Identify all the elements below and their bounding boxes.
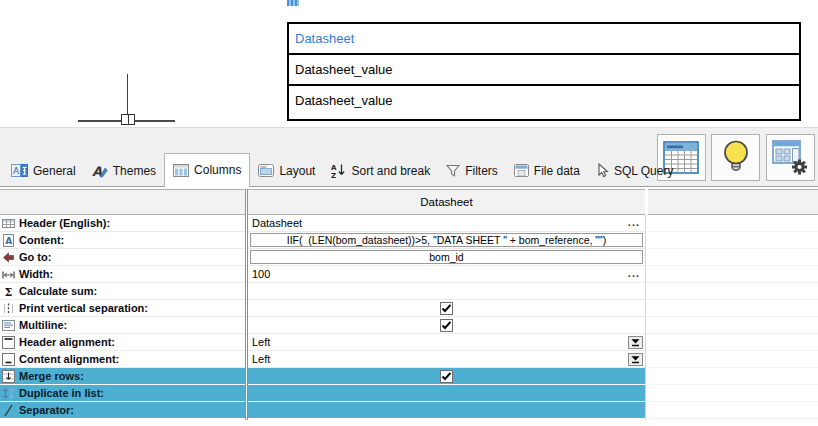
checkbox[interactable] xyxy=(440,302,453,315)
property-value-cell[interactable] xyxy=(248,317,645,334)
schematic-pin-symbol xyxy=(121,114,135,125)
property-value-editor[interactable]: bom_id xyxy=(250,250,643,264)
ellipsis-button[interactable]: ... xyxy=(628,215,640,230)
filter-funnel-icon xyxy=(446,164,460,177)
property-label: Multiline: xyxy=(19,319,67,331)
property-row: ΣCalculate sum: xyxy=(0,283,646,300)
tab-columns[interactable]: Columns xyxy=(164,153,250,187)
property-grid: Datasheet Header (English):Datasheet...A… xyxy=(0,189,818,420)
property-value-cell[interactable]: Left xyxy=(248,351,645,368)
property-label: Calculate sum: xyxy=(19,285,97,297)
property-label-cell: Width: xyxy=(0,266,245,283)
grid-header-empty-cell xyxy=(648,189,818,215)
property-label-cell: Go to: xyxy=(0,249,245,266)
merge-rows-icon xyxy=(1,369,16,383)
svg-text:A: A xyxy=(13,166,20,176)
property-value-editor[interactable]: IIF( (LEN(bom_datasheet))>5, "DATA SHEET… xyxy=(250,233,643,247)
grid-column-splitter[interactable] xyxy=(245,189,248,420)
grid-header-label-cell xyxy=(0,189,245,215)
tab-layout[interactable]: Layout xyxy=(250,155,323,186)
language-icon: A xyxy=(11,164,28,177)
checkbox[interactable] xyxy=(440,370,453,383)
toolbar: AGeneralAThemesColumnsLayoutAZSort and b… xyxy=(0,127,818,187)
columns-icon xyxy=(173,164,189,177)
property-label-cell: Merge rows: xyxy=(0,368,245,385)
separator-slash-icon xyxy=(1,403,16,417)
sql-cursor-icon xyxy=(596,163,609,179)
property-value-cell[interactable]: Datasheet... xyxy=(248,215,645,232)
lightbulb-icon xyxy=(721,139,751,176)
property-label-cell: Print vertical separation: xyxy=(0,300,245,317)
property-label: Header (English): xyxy=(19,217,110,229)
duplicate-list-icon xyxy=(1,386,16,400)
property-label: Merge rows: xyxy=(19,370,84,382)
property-label-cell: Duplicate in list: xyxy=(0,385,245,402)
property-label: Go to: xyxy=(19,251,51,263)
table-settings-button[interactable] xyxy=(766,134,815,181)
property-value: Left xyxy=(248,353,270,365)
property-row: Multiline: xyxy=(0,317,646,334)
tab-general[interactable]: AGeneral xyxy=(3,155,84,186)
property-label: Separator: xyxy=(19,404,74,416)
property-row: Go to:bom_id xyxy=(0,249,646,266)
tab-label: General xyxy=(33,164,76,178)
tab-label: Layout xyxy=(279,164,315,178)
tab-label: Columns xyxy=(194,163,241,177)
property-label-cell: Content alignment: xyxy=(0,351,245,368)
property-value: 100 xyxy=(248,268,270,280)
vertical-separation-icon xyxy=(1,301,16,315)
svg-text:Σ: Σ xyxy=(5,286,13,298)
property-label-cell: ΣCalculate sum: xyxy=(0,283,245,300)
property-value-cell[interactable] xyxy=(248,402,645,419)
tab-sort-and-break[interactable]: AZSort and break xyxy=(323,155,438,186)
property-label: Width: xyxy=(19,268,53,280)
property-value: Datasheet xyxy=(248,217,302,229)
property-value-cell[interactable]: Left xyxy=(248,334,645,351)
property-value-cell[interactable] xyxy=(248,385,645,402)
theme-brush-icon: A xyxy=(92,164,108,178)
property-label: Content alignment: xyxy=(19,353,119,365)
hint-button[interactable] xyxy=(711,134,760,181)
property-value-cell[interactable] xyxy=(248,368,645,385)
property-value-cell[interactable]: IIF( (LEN(bom_datasheet))>5, "DATA SHEET… xyxy=(248,232,645,249)
tab-label: Sort and break xyxy=(351,164,430,178)
dropdown-button[interactable] xyxy=(628,353,643,366)
tab-filters[interactable]: Filters xyxy=(438,155,506,186)
tab-strip: AGeneralAThemesColumnsLayoutAZSort and b… xyxy=(3,153,681,186)
ellipsis-button[interactable]: ... xyxy=(628,266,640,281)
preview-value-row: Datasheet_value xyxy=(289,53,799,84)
table-header-icon xyxy=(1,216,16,230)
property-row: Duplicate in list: xyxy=(0,385,646,402)
tab-label: File data xyxy=(534,164,580,178)
preview-area: Datasheet Datasheet_valueDatasheet_value xyxy=(0,0,818,127)
tab-themes[interactable]: AThemes xyxy=(84,155,164,186)
table-settings-icon xyxy=(772,140,809,175)
property-label: Duplicate in list: xyxy=(19,387,104,399)
dropdown-button[interactable] xyxy=(628,336,643,349)
property-value-cell[interactable]: 100... xyxy=(248,266,645,283)
header-alignment-icon xyxy=(1,335,16,349)
property-row: Width:100... xyxy=(0,266,646,283)
tab-label: SQL Query xyxy=(614,164,674,178)
svg-text:Z: Z xyxy=(331,172,336,179)
tab-sql-query[interactable]: SQL Query xyxy=(588,155,682,186)
column-preview-table: Datasheet Datasheet_valueDatasheet_value xyxy=(287,22,801,121)
tab-file-data[interactable]: File data xyxy=(506,155,588,186)
property-value-cell[interactable]: bom_id xyxy=(248,249,645,266)
clipped-toolbar-icon xyxy=(287,0,299,6)
property-row: Header (English):Datasheet... xyxy=(0,215,646,232)
tab-label: Filters xyxy=(465,164,498,178)
property-row: Header alignment:Left xyxy=(0,334,646,351)
property-label-cell: Separator: xyxy=(0,402,245,419)
file-data-icon xyxy=(514,164,529,177)
grid-header-column-cell[interactable]: Datasheet xyxy=(248,189,645,215)
property-value: Left xyxy=(248,336,270,348)
schematic-wire-vertical xyxy=(127,74,128,117)
preview-value-row: Datasheet_value xyxy=(289,84,799,115)
checkbox[interactable] xyxy=(440,319,453,332)
sigma-sum-icon: Σ xyxy=(1,284,16,298)
property-value-cell[interactable] xyxy=(248,300,645,317)
property-row: Merge rows: xyxy=(0,368,646,385)
property-value-cell[interactable] xyxy=(248,283,645,300)
property-label: Content: xyxy=(19,234,64,246)
